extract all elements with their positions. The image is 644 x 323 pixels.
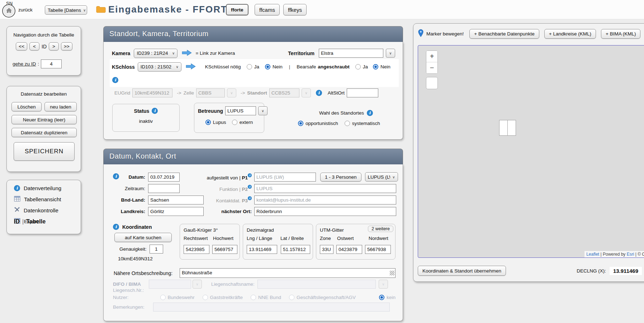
dez-lat-input[interactable] — [281, 245, 310, 254]
info-icon[interactable] — [248, 173, 252, 177]
chevron-down-icon: ∨ — [83, 8, 86, 12]
betreuung-dropdown-button[interactable]: ∨ — [258, 106, 267, 115]
folder-icon — [96, 6, 106, 14]
page-title: Eingabemaske - FFORTE — [108, 4, 234, 15]
utm-zone-input[interactable] — [320, 245, 333, 254]
p3-input[interactable] — [254, 196, 396, 204]
genauigkeit-input[interactable] — [150, 245, 163, 254]
radio-label: NNE Bund — [258, 295, 281, 300]
reload-button[interactable]: neu laden — [44, 102, 77, 111]
betreuung-lupus-radio[interactable] — [205, 120, 211, 125]
radio-label: Bundeswehr — [168, 295, 195, 300]
nutzer-gaststreitkraefte-radio — [203, 295, 208, 300]
link-arrow-icon[interactable] — [186, 63, 196, 71]
info-icon[interactable] — [112, 77, 118, 83]
kamera-select-value: ID239 : 21R24 — [137, 50, 168, 56]
kschluessel-ja-radio[interactable] — [247, 64, 252, 69]
wahl-opportunistisch-radio[interactable] — [298, 121, 303, 126]
home-button[interactable] — [2, 4, 15, 18]
link-arrow-icon[interactable] — [182, 50, 192, 57]
koordinaten-uebernehmen-button[interactable]: Koordinaten & Standort übernehmen — [418, 266, 506, 276]
gk-rechtswert-input[interactable] — [184, 245, 209, 254]
kschluessel-nein-radio[interactable] — [265, 64, 270, 69]
table-select[interactable]: Tabelle [Datens ∨ — [45, 5, 87, 15]
p1-select-value: LUPUS (LW — [368, 174, 390, 180]
duplicate-button[interactable]: Datensatz duplizieren — [11, 128, 77, 137]
info-icon[interactable] — [248, 196, 252, 200]
kamera-select[interactable]: ID239 : 21R24 ∨ — [134, 49, 177, 58]
bearsafe-nein-radio[interactable] — [373, 64, 378, 69]
ort-input[interactable] — [254, 207, 396, 216]
utm-more-button[interactable]: 2 weitere — [368, 226, 393, 232]
datenverteilung-link[interactable]: Datenverteilung — [14, 185, 61, 191]
goto-id-input[interactable] — [41, 59, 62, 68]
esri-link[interactable]: Esri — [627, 252, 634, 257]
p1-select[interactable]: LUPUS (LW ∨ — [365, 172, 398, 182]
datenkontrolle-link[interactable]: Datenkontrolle — [14, 207, 58, 214]
territorium-label: Territorium — [288, 50, 314, 56]
p3-label: Kontaktdat. — [216, 198, 242, 203]
app-button-ffcams[interactable]: ffcams — [255, 4, 280, 15]
info-icon[interactable] — [248, 185, 252, 189]
territorium-dropdown-button[interactable]: ∨ — [386, 49, 395, 58]
attribution-text: | © C — [634, 252, 644, 257]
back-link[interactable]: zurück — [18, 7, 33, 13]
kschloss-select[interactable]: ID103 : 21S02 ∨ — [138, 62, 181, 72]
bndland-label: Bnd-Land: — [113, 197, 145, 203]
app-button-ffkeys[interactable]: ffkeys — [283, 4, 307, 15]
zoom-out-button[interactable]: − — [426, 62, 437, 73]
info-icon[interactable] — [113, 173, 119, 179]
goto-id-link[interactable]: gehe zu ID — [13, 61, 36, 67]
nav-next-button[interactable]: > — [49, 42, 59, 50]
save-button[interactable]: SPEICHERN — [14, 142, 75, 161]
info-icon[interactable] — [367, 110, 373, 116]
betreuung-input[interactable] — [225, 106, 256, 115]
liegenname-input — [257, 280, 376, 289]
info-icon[interactable] — [152, 108, 158, 114]
nav-id-label: ID — [42, 44, 47, 49]
utm-nordwert-input[interactable] — [365, 245, 391, 254]
ortsbeschreibung-textarea[interactable]: Bühnaustraße — [180, 268, 396, 278]
nutzer-geschaeftsliegenschaft-option: Geschäftsliegenschaft/AGV — [289, 295, 356, 300]
chevron-down-icon: ∨ — [389, 51, 392, 55]
liegenname-label: Liegenschaftsname: — [211, 281, 255, 287]
difo-title: DIFO / BIMA — [113, 281, 141, 287]
nav-first-button[interactable]: << — [16, 42, 27, 50]
territorium-input[interactable] — [319, 49, 383, 58]
dez-col1: Lng / Länge — [247, 236, 275, 241]
zoom-in-button[interactable]: + — [426, 51, 437, 62]
utm-ostwert-input[interactable] — [336, 245, 362, 254]
p1-input[interactable] — [254, 173, 316, 182]
wahl-systematisch-radio[interactable] — [345, 121, 350, 126]
new-entry-button[interactable]: Neuer Eintrag (leer) — [11, 115, 77, 124]
bima-kml-button[interactable]: + BIMA (KML) — [601, 29, 640, 39]
karte-suchen-button[interactable]: auf Karte suchen — [114, 233, 172, 242]
personen-button[interactable]: 1 - 3 Personen — [320, 173, 361, 182]
leaflet-link[interactable]: Leaflet — [586, 252, 599, 257]
standort-dropdown-button: ∨ — [302, 88, 311, 97]
gk-hochwert-input[interactable] — [212, 245, 237, 254]
nutzer-nne-bund-radio — [251, 295, 256, 300]
nav-prev-button[interactable]: < — [29, 42, 39, 50]
app-button-fforte[interactable]: fforte — [226, 4, 248, 15]
map-canvas[interactable]: + − Leaflet | Powered by Esri | © C — [418, 45, 644, 258]
tabellenansicht-link[interactable]: Tabellenansicht — [14, 196, 61, 203]
bearsafe-ja-radio[interactable] — [355, 64, 361, 69]
tools-panel: Datenverteilung Tabellenansicht Datenkon… — [6, 180, 81, 234]
dez-lng-input[interactable] — [247, 245, 277, 254]
marker-image-placeholder[interactable] — [499, 120, 508, 136]
resize-grip[interactable] — [390, 271, 394, 275]
info-icon[interactable] — [316, 90, 322, 96]
betreuung-extern-radio[interactable] — [232, 120, 237, 125]
p2-input[interactable] — [254, 184, 396, 193]
marker-image-placeholder[interactable] — [507, 120, 516, 136]
nav-last-button[interactable]: >> — [61, 42, 72, 50]
altstort-input[interactable] — [347, 88, 378, 97]
landkreise-kml-button[interactable]: + Landkreise (KML) — [544, 29, 596, 39]
benachbarte-datenpunkte-button[interactable]: + Benachbarte Datenpunkte — [469, 29, 539, 39]
map-layers-button[interactable] — [426, 77, 438, 89]
export-tabelle-link[interactable]: Tabelle — [26, 218, 46, 225]
info-icon[interactable] — [113, 224, 119, 230]
export-id-link[interactable]: ID — [14, 218, 20, 225]
delete-button[interactable]: Löschen — [11, 102, 42, 111]
